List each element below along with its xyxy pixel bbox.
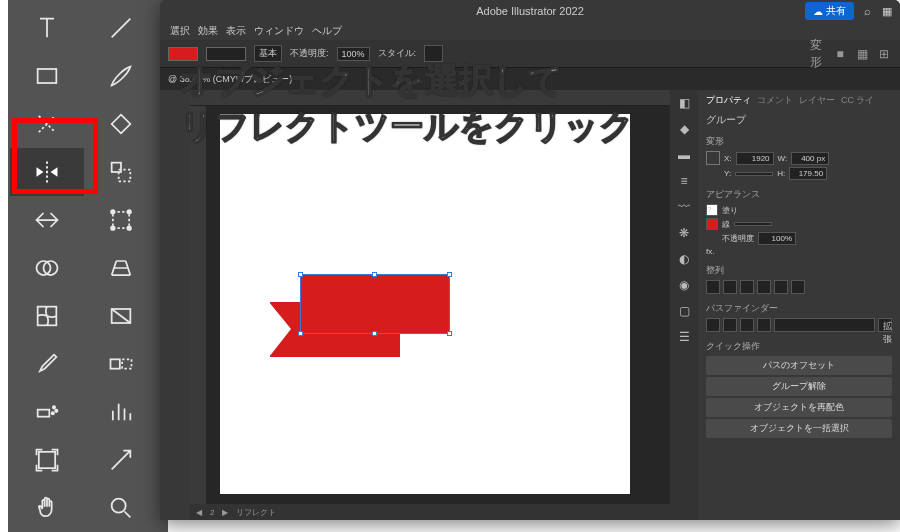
svg-point-4 — [111, 210, 115, 214]
menu-window[interactable]: ウィンドウ — [254, 24, 304, 38]
right-panel: ◧ ◆ ▬ ≡ 〰 ❋ ◐ ◉ ▢ ☰ プロパティ コメント レイヤー CC ラ… — [670, 90, 900, 520]
artboard-nav-next[interactable]: ▶ — [222, 508, 228, 517]
paintbrush-tool[interactable] — [84, 52, 158, 100]
svg-rect-14 — [38, 410, 50, 417]
exclude-icon[interactable] — [757, 318, 771, 332]
ungroup-button[interactable]: グループ解除 — [706, 377, 892, 396]
free-transform-tool[interactable] — [84, 196, 158, 244]
rectangle-tool[interactable] — [10, 52, 84, 100]
stroke-weight-field[interactable] — [734, 222, 772, 226]
selection-handle[interactable] — [298, 272, 303, 277]
reference-point-icon[interactable] — [706, 151, 720, 165]
ribbon-shape-front[interactable] — [300, 274, 450, 334]
canvas[interactable]: ◀ 2 ▶ リフレクト — [190, 90, 670, 520]
svg-point-15 — [53, 406, 55, 408]
selection-handle[interactable] — [372, 331, 377, 336]
tab-cc[interactable]: CC ライ — [841, 94, 875, 107]
eraser-tool[interactable] — [84, 100, 158, 148]
tab-properties[interactable]: プロパティ — [706, 94, 751, 107]
fill-question-icon[interactable]: ? — [706, 204, 718, 216]
transparency-panel-icon[interactable]: ◐ — [670, 246, 698, 272]
titlebar: Adobe Illustrator 2022 ☁ 共有 ⌕ ▦ — [160, 0, 900, 22]
w-label: W: — [778, 154, 788, 163]
zoom-tool[interactable] — [84, 484, 158, 532]
scale-tool[interactable] — [84, 148, 158, 196]
svg-point-6 — [111, 226, 115, 230]
opacity-field[interactable]: 100% — [758, 232, 796, 245]
tab-comments[interactable]: コメント — [757, 94, 793, 107]
shape-builder-tool[interactable] — [10, 244, 84, 292]
artboard-tool[interactable] — [10, 436, 84, 484]
ruler-vertical — [190, 106, 206, 520]
panel-tabs: プロパティ コメント レイヤー CC ライ — [706, 94, 892, 107]
mesh-tool[interactable] — [10, 292, 84, 340]
type-tool[interactable] — [10, 4, 84, 52]
stroke-label: 線 — [722, 219, 730, 230]
y-field[interactable] — [735, 172, 773, 176]
transform-menu-icon[interactable]: 変形 — [810, 46, 826, 62]
width-tool[interactable] — [10, 196, 84, 244]
selection-handle[interactable] — [372, 272, 377, 277]
swatches-panel-icon[interactable]: ◧ — [670, 90, 698, 116]
minus-front-icon[interactable] — [723, 318, 737, 332]
w-field[interactable]: 400 px — [791, 152, 829, 165]
column-graph-tool[interactable] — [84, 388, 158, 436]
selection-handle[interactable] — [447, 331, 452, 336]
menu-effect[interactable]: 効果 — [198, 24, 218, 38]
menu-view[interactable]: 表示 — [226, 24, 246, 38]
menu-help[interactable]: ヘルプ — [312, 24, 342, 38]
brushes-panel-icon[interactable]: 〰 — [670, 194, 698, 220]
search-icon[interactable]: ⌕ — [860, 4, 874, 18]
recolor-button[interactable]: オブジェクトを再配色 — [706, 398, 892, 417]
unite-icon[interactable] — [706, 318, 720, 332]
menu-select[interactable]: 選択 — [170, 24, 190, 38]
select-all-button[interactable]: オブジェクトを一括選択 — [706, 419, 892, 438]
svg-rect-12 — [111, 359, 120, 368]
symbols-panel-icon[interactable]: ❋ — [670, 220, 698, 246]
slice-tool[interactable] — [84, 436, 158, 484]
gradient-tool[interactable] — [84, 292, 158, 340]
selection-handle[interactable] — [447, 272, 452, 277]
intersect-icon[interactable] — [740, 318, 754, 332]
tab-layers[interactable]: レイヤー — [799, 94, 835, 107]
x-field[interactable]: 1920 — [736, 152, 774, 165]
graphic-styles-panel-icon[interactable]: ▢ — [670, 298, 698, 324]
tools-panel — [8, 0, 168, 532]
fill-label: 塗り — [722, 205, 738, 216]
fx-label[interactable]: fx. — [706, 247, 714, 256]
appearance-panel-icon[interactable]: ◉ — [670, 272, 698, 298]
share-button[interactable]: ☁ 共有 — [805, 2, 854, 20]
hand-tool[interactable] — [10, 484, 84, 532]
grid-icon[interactable]: ▦ — [854, 46, 870, 62]
color-panel-icon[interactable]: ◆ — [670, 116, 698, 142]
reflect-tool[interactable] — [10, 148, 84, 196]
svg-rect-13 — [122, 359, 131, 368]
align-right-icon[interactable] — [740, 280, 754, 294]
line-tool[interactable] — [84, 4, 158, 52]
stroke-swatch-icon[interactable] — [706, 218, 718, 230]
align-hcenter-icon[interactable] — [723, 280, 737, 294]
expand-button[interactable]: 拡張 — [878, 318, 892, 332]
arrange-icon[interactable]: ▦ — [880, 4, 894, 18]
symbol-sprayer-tool[interactable] — [10, 388, 84, 436]
stroke-panel-icon[interactable]: ≡ — [670, 168, 698, 194]
artboard-nav-prev[interactable]: ◀ — [196, 508, 202, 517]
align-vcenter-icon[interactable] — [774, 280, 788, 294]
offset-path-button[interactable]: パスのオフセット — [706, 356, 892, 375]
align-bottom-icon[interactable] — [791, 280, 805, 294]
more-icon[interactable]: ⊞ — [876, 46, 892, 62]
gradient-panel-icon[interactable]: ▬ — [670, 142, 698, 168]
artboard-number: 2 — [210, 508, 214, 517]
align-menu-icon[interactable]: ■ — [832, 46, 848, 62]
align-left-icon[interactable] — [706, 280, 720, 294]
perspective-grid-tool[interactable] — [84, 244, 158, 292]
svg-rect-0 — [38, 69, 57, 83]
blend-tool[interactable] — [84, 340, 158, 388]
artboard — [220, 114, 630, 494]
h-field[interactable]: 179.50 — [789, 167, 827, 180]
shaper-tool[interactable] — [10, 100, 84, 148]
layers-panel-icon[interactable]: ☰ — [670, 324, 698, 350]
eyedropper-tool[interactable] — [10, 340, 84, 388]
selection-handle[interactable] — [298, 331, 303, 336]
align-top-icon[interactable] — [757, 280, 771, 294]
